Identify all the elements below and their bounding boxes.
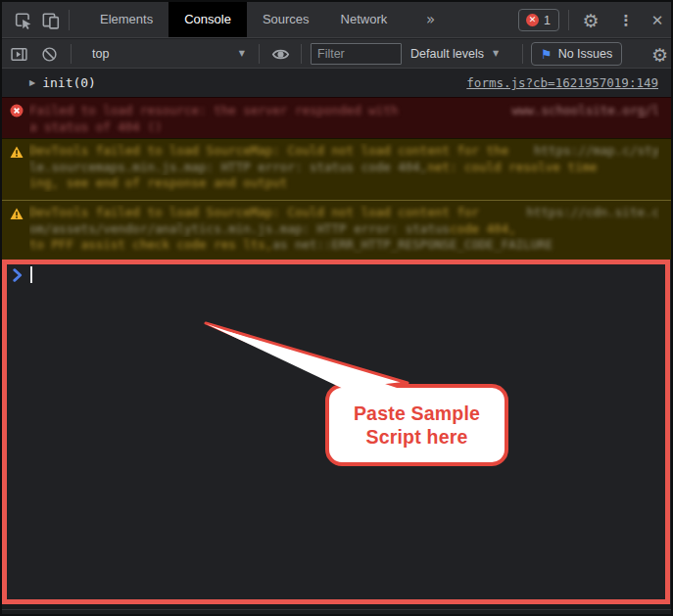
- tabbar-separator: [69, 10, 70, 30]
- issues-label: No Issues: [558, 47, 613, 61]
- text-cursor: [30, 266, 32, 283]
- issues-badge[interactable]: ⚑ No Issues: [531, 42, 622, 66]
- clear-console-icon[interactable]: [40, 45, 59, 64]
- expand-triangle-icon[interactable]: ▶: [29, 78, 35, 87]
- console-sidebar-toggle-icon[interactable]: [10, 45, 28, 64]
- warning-link-redacted-2[interactable]: le.sourcemaps.min.js.map: HTTP error: st…: [29, 160, 427, 176]
- warning-triangle-icon: [10, 145, 24, 163]
- toolbar-separator-4: [522, 44, 523, 64]
- error-count: 1: [544, 14, 551, 27]
- tab-sources[interactable]: Sources: [247, 2, 325, 37]
- warning-text-redacted: DevTools failed to load SourceMap: Could…: [29, 205, 479, 221]
- context-label: top: [92, 47, 109, 61]
- error-circle-icon: ✕: [526, 14, 539, 26]
- console-toolbar: top ▼ Default levels ▼ ⚑ No Issues ⚙: [2, 39, 671, 69]
- trace-label: init(0): [42, 75, 96, 90]
- warning-link-redacted[interactable]: https://cdn.site.c: [527, 205, 659, 221]
- warning-triangle-icon: [10, 207, 24, 224]
- settings-gear-icon[interactable]: ⚙: [581, 11, 601, 30]
- tab-network[interactable]: Network: [325, 2, 404, 37]
- chevron-down-icon: ▼: [239, 49, 245, 58]
- error-text-redacted: Failed to load resource: the server resp…: [29, 102, 398, 118]
- toolbar-separator-1: [71, 44, 72, 64]
- console-trace-row: ▶ init(0) forms.js?cb=1621957019:149: [2, 69, 671, 97]
- console-warning-row-2: DevTools failed to load SourceMap: Could…: [2, 200, 671, 260]
- warning-text-redacted-2: net: could resolve time: [427, 160, 597, 176]
- warning-link-redacted[interactable]: https://map.c/sty: [534, 143, 659, 160]
- warning-message-redacted: DevTools failed to load SourceMap: Could…: [29, 205, 659, 254]
- device-toolbar-icon[interactable]: [41, 11, 61, 30]
- kebab-menu-icon[interactable]: ⋮: [616, 11, 636, 30]
- trace-source-link[interactable]: forms.js?cb=1621957019:149: [466, 75, 658, 90]
- error-circle-icon: [10, 104, 24, 121]
- toolbar-separator-2: [259, 44, 260, 64]
- console-error-row: Failed to load resource: the server resp…: [2, 97, 671, 138]
- console-prompt-icon: [12, 268, 24, 286]
- warning-link-redacted-3[interactable]: as net::ERR_HTTP_RESPONSE_CODE_FAILURE: [272, 237, 553, 254]
- toolbar-separator-3: [301, 44, 302, 64]
- console-input-area[interactable]: [2, 260, 670, 604]
- error-count-badge[interactable]: ✕ 1: [518, 9, 559, 31]
- error-source-link-redacted[interactable]: www.schoolsite.org/l: [511, 102, 659, 118]
- levels-label: Default levels: [410, 47, 484, 61]
- devtools-window: Elements Console Sources Network » ✕ 1 ⚙…: [0, 0, 673, 616]
- console-warning-row-1: DevTools failed to load SourceMap: Could…: [2, 138, 671, 200]
- inspect-element-icon[interactable]: [14, 11, 33, 30]
- console-settings-gear-icon[interactable]: ⚙: [650, 45, 669, 64]
- chevron-down-icon: ▼: [493, 49, 499, 58]
- warning-text-redacted-3: to PFF assist check code res lts,: [29, 237, 272, 254]
- log-levels-selector[interactable]: Default levels ▼: [410, 39, 499, 68]
- live-expression-eye-icon[interactable]: [271, 45, 290, 64]
- tab-elements[interactable]: Elements: [84, 2, 168, 37]
- error-text-redacted-2: a status of 404 (): [29, 118, 162, 135]
- warning-message-redacted: DevTools failed to load SourceMap: Could…: [29, 143, 659, 192]
- more-tabs-icon[interactable]: »: [426, 2, 435, 37]
- warning-link-redacted-2[interactable]: om/assets/vendor/analytics.min.js.map: H…: [29, 221, 450, 238]
- warning-text-redacted: DevTools failed to load SourceMap: Could…: [29, 143, 508, 160]
- drawer-bottom-strip: [2, 604, 671, 614]
- execution-context-selector[interactable]: top ▼: [84, 39, 253, 68]
- filter-input[interactable]: [311, 43, 402, 65]
- bottom-divider: [2, 609, 671, 610]
- devtools-tabbar: Elements Console Sources Network » ✕ 1 ⚙…: [2, 2, 671, 38]
- tabbar-separator-2: [568, 10, 569, 30]
- issues-flag-icon: ⚑: [541, 47, 553, 62]
- tab-console[interactable]: Console: [168, 2, 247, 37]
- warning-text-redacted-2: code 404,: [450, 221, 516, 238]
- close-devtools-icon[interactable]: ✕: [648, 11, 667, 30]
- error-message-redacted: Failed to load resource: the server resp…: [29, 102, 659, 135]
- tab-strip: Elements Console Sources Network: [84, 2, 403, 37]
- warning-text-redacted-3: ing, see end of response and output: [29, 175, 287, 192]
